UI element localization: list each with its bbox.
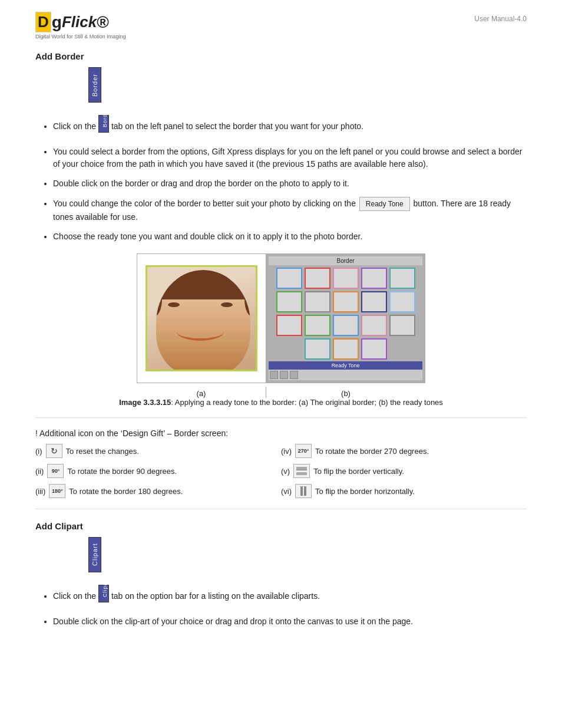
icon-label-iii: (iii) [35, 487, 45, 496]
bullet-2: You could select a border from the optio… [53, 146, 527, 170]
border-cell[interactable] [389, 291, 415, 312]
caption-b: (b) [266, 387, 425, 398]
icon-row-iv: (iv) 270° To rotate the border 270 degre… [281, 444, 527, 458]
border-row-1 [269, 268, 422, 289]
logo: DgFlick® [35, 12, 125, 32]
border-row-3 [269, 315, 422, 336]
border-cell[interactable] [333, 291, 359, 312]
clipart-tab-inline: Clipart [98, 585, 109, 602]
rotate-270-icon: 270° [295, 444, 312, 458]
icon-desc-vi: To flip the border horizontally. [315, 487, 415, 496]
clipart-divider [35, 509, 527, 509]
add-border-section: Add Border Border Click on the Border ta… [35, 51, 527, 407]
add-clipart-bullets: Click on the Clipart tab on the option b… [35, 585, 527, 628]
border-panel-title: Border [269, 256, 422, 265]
image-part-b: Border [266, 254, 425, 383]
icons-grid: (i) ↻ To reset the changes. (ii) 90° To … [35, 444, 527, 498]
icon-label-iv: (iv) [281, 447, 292, 456]
icon-label-i: (i) [35, 447, 42, 456]
icon-desc-ii: To rotate the border 90 degrees. [67, 467, 177, 476]
rotate-180-icon: 180° [49, 484, 65, 498]
additional-icons-section: ! Additional icon on the ‘Design Gift’ –… [35, 429, 527, 498]
border-image-section: Border [35, 253, 527, 383]
border-cell[interactable] [389, 268, 415, 289]
clipart-tab-image: Clipart [88, 537, 101, 572]
border-cell[interactable] [361, 268, 387, 289]
section-divider [35, 417, 527, 418]
border-grid [269, 268, 422, 360]
add-clipart-title: Add Clipart [35, 521, 527, 531]
border-cell[interactable] [333, 315, 359, 336]
eyes [168, 302, 180, 307]
border-cell[interactable] [276, 291, 302, 312]
small-icon-1 [270, 371, 278, 379]
ready-tone-button[interactable]: Ready Tone [359, 197, 410, 211]
border-cell[interactable] [361, 291, 387, 312]
flip-vertical-icon [293, 464, 310, 478]
user-manual-label: User Manual-4.0 [474, 15, 527, 23]
border-cell[interactable] [305, 338, 330, 360]
border-row-2 [269, 291, 422, 312]
icon-row-ii: (ii) 90° To rotate the border 90 degrees… [35, 464, 281, 478]
add-border-bullets: Click on the Border tab on the left pane… [35, 115, 527, 243]
border-cell[interactable] [361, 315, 387, 336]
icon-row-v: (v) To flip the border vertically. [281, 464, 527, 478]
icon-row-i: (i) ↻ To reset the changes. [35, 444, 281, 458]
border-cell[interactable] [305, 315, 330, 336]
hair-top [156, 270, 250, 299]
add-border-title: Add Border [35, 51, 527, 61]
logo-d: D [35, 12, 51, 32]
logo-flick: Flick [62, 13, 97, 31]
icon-label-v: (v) [281, 467, 290, 476]
border-cell[interactable] [276, 315, 302, 336]
logo-subtitle: Digital World for Still & Motion Imaging [35, 34, 125, 39]
border-tab-inline: Border [98, 115, 109, 133]
image-main-caption: Image 3.3.3.15: Applying a ready tone to… [35, 398, 527, 407]
icon-desc-v: To flip the border vertically. [313, 467, 404, 476]
small-icon-2 [280, 371, 288, 379]
border-cell[interactable] [333, 338, 359, 360]
bullet-3: Double click on the border or drag and d… [53, 177, 527, 190]
flip-horizontal-icon [295, 484, 312, 498]
image-caption-row: (a) (b) [137, 387, 425, 398]
add-clipart-section: Add Clipart Clipart Click on the Clipart… [35, 521, 527, 628]
bullet-4: You could change the color of the border… [53, 197, 527, 223]
smile [177, 323, 224, 341]
small-icons-bar [269, 370, 422, 380]
ready-tone-bar: Ready Tone [269, 361, 422, 370]
icon-desc-iv: To rotate the border 270 degrees. [315, 447, 429, 456]
border-tab-image: Border [88, 67, 101, 103]
border-cell[interactable] [389, 315, 415, 336]
border-row-4 [269, 338, 422, 360]
logo-g: g [52, 13, 62, 32]
border-cell[interactable] [305, 268, 330, 289]
clipart-bullet-1: Click on the Clipart tab on the option b… [53, 585, 527, 608]
page-header: DgFlick® Digital World for Still & Motio… [35, 12, 527, 39]
border-image-box: Border [137, 253, 425, 383]
photo-face [156, 270, 250, 371]
icon-row-vi: (vi) To flip the border horizontally. [281, 484, 527, 498]
image-caption-bold: Image 3.3.3.15 [119, 398, 171, 407]
border-cell[interactable] [276, 268, 302, 289]
rotate-90-icon: 90° [47, 464, 64, 478]
clipart-bullet-2: Double click on the clip-art of your cho… [53, 615, 527, 628]
icon-desc-iii: To rotate the border 180 degrees. [69, 487, 183, 496]
icon-row-iii: (iii) 180° To rotate the border 180 degr… [35, 484, 281, 498]
border-cell[interactable] [333, 268, 359, 289]
image-part-a [137, 254, 266, 383]
icon-desc-i: To reset the changes. [66, 447, 139, 456]
caption-a: (a) [137, 387, 266, 398]
photo-mock [146, 265, 257, 371]
border-cell[interactable] [305, 291, 330, 312]
icon-label-vi: (vi) [281, 487, 292, 496]
icons-col-right: (iv) 270° To rotate the border 270 degre… [281, 444, 527, 498]
icons-col-left: (i) ↻ To reset the changes. (ii) 90° To … [35, 444, 281, 498]
eye-right [221, 302, 233, 307]
reset-icon: ↻ [46, 444, 62, 458]
border-cell[interactable] [361, 338, 387, 360]
small-icon-3 [290, 371, 298, 379]
bullet-5: Choose the ready tone you want and doubl… [53, 230, 527, 243]
bullet-1: Click on the Border tab on the left pane… [53, 115, 527, 139]
logo-container: DgFlick® Digital World for Still & Motio… [35, 12, 125, 39]
additional-intro: ! Additional icon on the ‘Design Gift’ –… [35, 429, 527, 438]
